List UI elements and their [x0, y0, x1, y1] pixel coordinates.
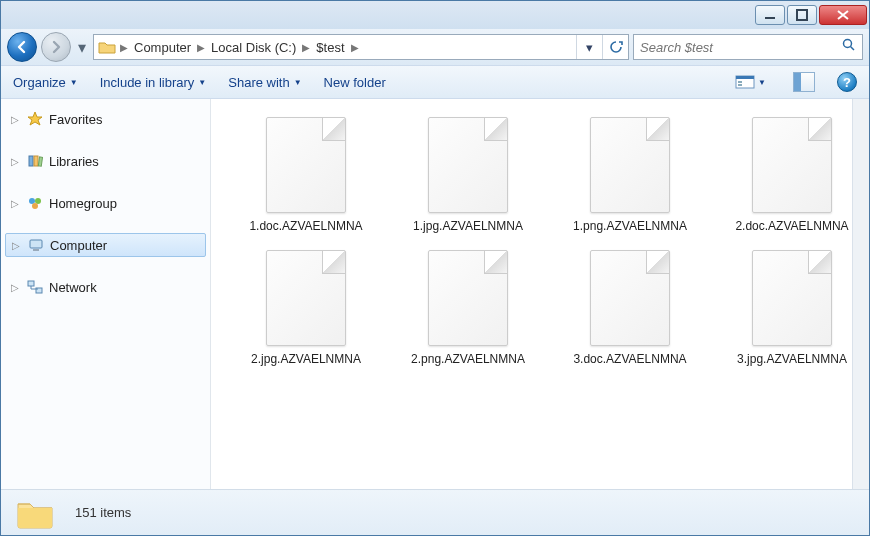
file-item[interactable]: 1.jpg.AZVAELNMNA	[393, 117, 543, 234]
svg-rect-10	[38, 157, 42, 166]
help-button[interactable]: ?	[837, 72, 857, 92]
file-list[interactable]: 1.doc.AZVAELNMNA 1.jpg.AZVAELNMNA 1.png.…	[211, 99, 869, 489]
folder-icon	[96, 40, 118, 54]
close-button[interactable]	[819, 5, 867, 25]
view-options-button[interactable]: ▼	[730, 72, 771, 92]
svg-line-3	[851, 47, 855, 51]
file-icon	[590, 117, 670, 213]
navigation-pane: ▷Favorites ▷Libraries ▷Homegroup ▷Comput…	[1, 99, 211, 489]
sidebar-item-homegroup[interactable]: ▷Homegroup	[1, 191, 210, 215]
file-icon	[266, 117, 346, 213]
minimize-button[interactable]	[755, 5, 785, 25]
file-item[interactable]: 2.jpg.AZVAELNMNA	[231, 250, 381, 367]
breadcrumb-localdisk[interactable]: Local Disk (C:)	[207, 35, 300, 59]
file-item[interactable]: 1.doc.AZVAELNMNA	[231, 117, 381, 234]
file-icon	[266, 250, 346, 346]
svg-rect-0	[765, 17, 775, 19]
sidebar-item-label: Favorites	[49, 112, 102, 127]
preview-pane-button[interactable]	[793, 72, 815, 92]
refresh-button[interactable]	[602, 35, 628, 59]
nav-history-dropdown[interactable]: ▾	[75, 32, 89, 62]
command-bar: Organize▼ Include in library▼ Share with…	[1, 65, 869, 99]
file-icon	[428, 117, 508, 213]
item-count: 151 items	[75, 505, 131, 520]
include-library-menu[interactable]: Include in library▼	[100, 75, 207, 90]
address-bar[interactable]: ▶ Computer ▶ Local Disk (C:) ▶ $test ▶ ▾	[93, 34, 629, 60]
file-icon	[752, 250, 832, 346]
file-icon	[752, 117, 832, 213]
svg-rect-5	[736, 76, 754, 79]
svg-rect-7	[738, 84, 742, 86]
svg-rect-9	[34, 156, 38, 166]
share-with-menu[interactable]: Share with▼	[228, 75, 301, 90]
new-folder-button[interactable]: New folder	[324, 75, 386, 90]
sidebar-item-favorites[interactable]: ▷Favorites	[1, 107, 210, 131]
scrollbar[interactable]	[852, 99, 869, 489]
address-dropdown[interactable]: ▾	[576, 35, 602, 59]
file-name: 3.doc.AZVAELNMNA	[573, 352, 686, 367]
search-box[interactable]	[633, 34, 863, 60]
svg-point-13	[32, 203, 38, 209]
nav-bar: ▾ ▶ Computer ▶ Local Disk (C:) ▶ $test ▶…	[1, 29, 869, 65]
file-item[interactable]: 2.png.AZVAELNMNA	[393, 250, 543, 367]
file-item[interactable]: 2.doc.AZVAELNMNA	[717, 117, 867, 234]
file-name: 2.doc.AZVAELNMNA	[735, 219, 848, 234]
svg-point-11	[29, 198, 35, 204]
sidebar-item-libraries[interactable]: ▷Libraries	[1, 149, 210, 173]
sidebar-item-label: Homegroup	[49, 196, 117, 211]
file-item[interactable]: 1.png.AZVAELNMNA	[555, 117, 705, 234]
file-name: 2.png.AZVAELNMNA	[411, 352, 525, 367]
title-bar	[1, 1, 869, 29]
breadcrumb-folder[interactable]: $test	[312, 35, 348, 59]
svg-rect-14	[30, 240, 42, 248]
chevron-right-icon[interactable]: ▶	[300, 42, 312, 53]
back-button[interactable]	[7, 32, 37, 62]
file-icon	[590, 250, 670, 346]
search-icon[interactable]	[842, 38, 856, 56]
content-area: ▷Favorites ▷Libraries ▷Homegroup ▷Comput…	[1, 99, 869, 489]
file-name: 2.jpg.AZVAELNMNA	[251, 352, 361, 367]
file-name: 1.doc.AZVAELNMNA	[249, 219, 362, 234]
chevron-right-icon[interactable]: ▶	[118, 42, 130, 53]
status-bar: 151 items	[1, 489, 869, 535]
sidebar-item-computer[interactable]: ▷Computer	[5, 233, 206, 257]
svg-rect-8	[29, 156, 33, 166]
file-item[interactable]: 3.jpg.AZVAELNMNA	[717, 250, 867, 367]
svg-rect-16	[28, 281, 34, 286]
file-name: 1.png.AZVAELNMNA	[573, 219, 687, 234]
svg-point-2	[844, 40, 852, 48]
file-name: 1.jpg.AZVAELNMNA	[413, 219, 523, 234]
breadcrumb-computer[interactable]: Computer	[130, 35, 195, 59]
sidebar-item-label: Computer	[50, 238, 107, 253]
file-name: 3.jpg.AZVAELNMNA	[737, 352, 847, 367]
forward-button[interactable]	[41, 32, 71, 62]
organize-menu[interactable]: Organize▼	[13, 75, 78, 90]
folder-icon	[15, 496, 55, 530]
file-item[interactable]: 3.doc.AZVAELNMNA	[555, 250, 705, 367]
sidebar-item-label: Network	[49, 280, 97, 295]
search-input[interactable]	[640, 40, 842, 55]
sidebar-item-network[interactable]: ▷Network	[1, 275, 210, 299]
file-icon	[428, 250, 508, 346]
sidebar-item-label: Libraries	[49, 154, 99, 169]
svg-rect-6	[738, 81, 742, 83]
svg-point-12	[35, 198, 41, 204]
maximize-button[interactable]	[787, 5, 817, 25]
explorer-window: ▾ ▶ Computer ▶ Local Disk (C:) ▶ $test ▶…	[0, 0, 870, 536]
svg-rect-1	[797, 10, 807, 20]
svg-rect-15	[33, 249, 39, 251]
chevron-right-icon[interactable]: ▶	[349, 42, 361, 53]
chevron-right-icon[interactable]: ▶	[195, 42, 207, 53]
